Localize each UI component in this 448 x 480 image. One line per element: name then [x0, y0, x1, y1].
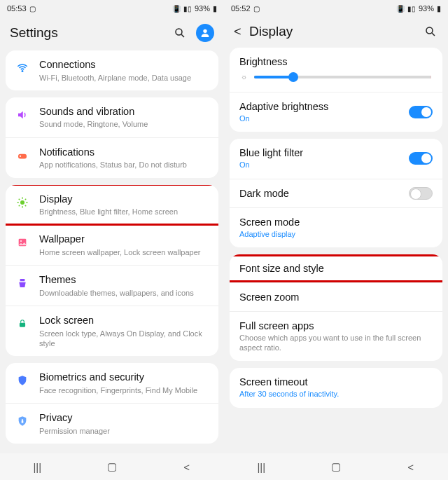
sun-icon: ☼ — [241, 73, 247, 81]
svg-point-16 — [20, 240, 22, 242]
display-card: Font size and styleScreen zoomFull scree… — [230, 254, 442, 362]
svg-line-1 — [181, 34, 184, 37]
row-title: Adaptive brightness — [239, 101, 433, 112]
svg-point-3 — [22, 71, 23, 72]
search-icon[interactable] — [423, 24, 438, 39]
svg-rect-4 — [18, 153, 27, 158]
svg-rect-17 — [20, 323, 25, 327]
row-screen-mode[interactable]: Screen modeAdaptive display — [230, 207, 442, 247]
row-adaptive-brightness[interactable]: Adaptive brightness On — [230, 92, 442, 132]
settings-row-lock-screen[interactable]: Lock screenScreen lock type, Always On D… — [6, 306, 218, 356]
row-screen-timeout[interactable]: Screen timeoutAfter 30 seconds of inacti… — [230, 368, 442, 407]
row-title: Biometrics and security — [39, 371, 210, 385]
settings-row-privacy[interactable]: PrivacyPermission manager — [6, 403, 218, 444]
row-title: Font size and style — [239, 263, 433, 274]
nav-recents[interactable]: ||| — [23, 461, 51, 473]
settings-row-display[interactable]: DisplayBrightness, Blue light filter, Ho… — [6, 185, 218, 225]
svg-line-11 — [19, 198, 20, 200]
svg-point-18 — [22, 420, 24, 422]
svg-point-5 — [20, 155, 21, 156]
row-subtitle: Downloadable themes, wallpapers, and ico… — [39, 288, 210, 298]
row-subtitle: On — [239, 160, 433, 170]
row-title: Screen timeout — [239, 376, 433, 388]
row-font-size-and-style[interactable]: Font size and style — [230, 254, 442, 282]
row-subtitle: Home screen wallpaper, Lock screen wallp… — [39, 247, 210, 257]
slider-thumb[interactable] — [288, 72, 298, 82]
settings-row-biometrics-and-security[interactable]: Biometrics and securityFace recognition,… — [6, 363, 218, 403]
settings-row-connections[interactable]: ConnectionsWi-Fi, Bluetooth, Airplane mo… — [6, 50, 218, 90]
page-title: Settings — [10, 25, 172, 41]
settings-header: Settings — [0, 17, 224, 50]
settings-row-sounds-and-vibration[interactable]: Sounds and vibrationSound mode, Ringtone… — [6, 97, 218, 137]
row-subtitle: Brightness, Blue light filter, Home scre… — [39, 207, 210, 217]
nav-bar: ||| ▢ < — [0, 453, 224, 480]
phone-settings: 05:53 ▢ 📳 ▮▯ 93% ▮ Settings ConnectionsW… — [0, 0, 224, 480]
toggle[interactable] — [409, 152, 433, 165]
display-card: Blue light filterOnDark modeScreen modeA… — [230, 139, 442, 247]
row-title: Privacy — [39, 411, 210, 425]
row-title: Connections — [39, 58, 210, 72]
settings-card: DisplayBrightness, Blue light filter, Ho… — [6, 185, 218, 357]
nav-home[interactable]: ▢ — [98, 460, 126, 473]
settings-row-wallpaper[interactable]: WallpaperHome screen wallpaper, Lock scr… — [6, 224, 218, 265]
svg-point-2 — [203, 29, 206, 33]
page-title: Display — [249, 24, 423, 39]
row-title: Blue light filter — [239, 147, 433, 158]
back-button[interactable]: < — [234, 25, 249, 39]
row-title: Display — [39, 193, 210, 207]
notif-icon — [14, 147, 31, 164]
toggle[interactable] — [409, 187, 433, 200]
signal-icon: ▮▯ — [183, 5, 192, 13]
row-title: Themes — [39, 273, 210, 287]
row-subtitle: Screen lock type, Always On Display, and… — [39, 329, 210, 349]
svg-line-14 — [25, 198, 27, 200]
display-list: Brightness☼ Adaptive brightness On Blue … — [224, 48, 448, 453]
status-battery: 93% — [419, 4, 434, 13]
svg-point-6 — [20, 200, 24, 205]
profile-avatar[interactable] — [196, 24, 214, 42]
settings-card: Sounds and vibrationSound mode, Ringtone… — [6, 97, 218, 178]
row-dark-mode[interactable]: Dark mode — [230, 179, 442, 207]
status-bar: 05:53 ▢ 📳 ▮▯ 93% ▮ — [0, 0, 224, 17]
row-title: Sounds and vibration — [39, 105, 210, 119]
row-blue-light-filter[interactable]: Blue light filterOn — [230, 139, 442, 178]
row-full-screen-apps[interactable]: Full screen appsChoose which apps you wa… — [230, 311, 442, 362]
settings-card: ConnectionsWi-Fi, Bluetooth, Airplane mo… — [6, 50, 218, 90]
row-subtitle: Permission manager — [39, 426, 210, 436]
row-subtitle: After 30 seconds of inactivity. — [239, 389, 433, 399]
media-icon: ▢ — [253, 5, 260, 13]
settings-card: Biometrics and securityFace recognition,… — [6, 363, 218, 444]
toggle-adaptive-brightness[interactable] — [409, 106, 433, 118]
settings-row-themes[interactable]: ThemesDownloadable themes, wallpapers, a… — [6, 265, 218, 306]
settings-row-notifications[interactable]: NotificationsApp notifications, Status b… — [6, 137, 218, 178]
nav-home[interactable]: ▢ — [322, 460, 350, 473]
nav-back[interactable]: < — [173, 461, 201, 473]
phone-display: 05:52 ▢ 📳 ▮▯ 93% ▮ < Display Brightness☼… — [224, 0, 448, 480]
sound-icon — [14, 107, 31, 123]
svg-point-0 — [176, 29, 182, 35]
nav-bar: ||| ▢ < — [224, 453, 448, 480]
row-subtitle: On — [239, 114, 433, 123]
battery-icon: ▮ — [437, 4, 441, 13]
vibrate-icon: 📳 — [396, 5, 405, 13]
display-header: < Display — [224, 17, 448, 48]
brightness-slider-wrap: ☼ — [239, 73, 433, 83]
row-title: Wallpaper — [39, 233, 210, 247]
row-title: Lock screen — [39, 314, 210, 328]
row-subtitle: Face recognition, Fingerprints, Find My … — [39, 385, 210, 395]
display-icon — [14, 194, 31, 211]
brightness-slider[interactable] — [254, 76, 431, 78]
svg-line-13 — [19, 205, 20, 206]
search-icon[interactable] — [172, 25, 188, 41]
lock-icon — [14, 315, 31, 332]
status-time: 05:53 — [7, 4, 27, 13]
brightness-label: Brightness — [239, 56, 433, 67]
row-screen-zoom[interactable]: Screen zoom — [230, 282, 442, 311]
status-time: 05:52 — [231, 4, 251, 13]
nav-recents[interactable]: ||| — [247, 461, 275, 473]
row-title: Screen mode — [239, 217, 433, 228]
themes-icon — [14, 275, 31, 292]
battery-icon: ▮ — [213, 4, 217, 13]
nav-back[interactable]: < — [397, 461, 425, 473]
row-subtitle: App notifications, Status bar, Do not di… — [39, 160, 210, 170]
